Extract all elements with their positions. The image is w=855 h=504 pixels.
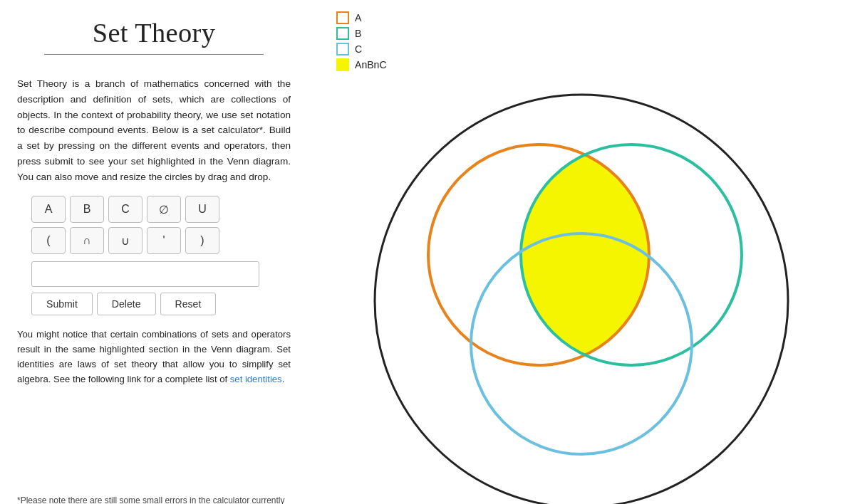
- key-close-paren[interactable]: ): [185, 227, 219, 254]
- legend-item-a: A: [336, 11, 387, 24]
- key-intersect[interactable]: ∩: [70, 227, 104, 254]
- key-union[interactable]: ∪: [108, 227, 142, 254]
- legend-item-anbnc: AnBnC: [336, 58, 387, 71]
- keyboard-section: A B C ∅ U ( ∩ ∪ ' ): [31, 196, 291, 254]
- legend-label-anbnc: AnBnC: [355, 59, 387, 70]
- key-open-paren[interactable]: (: [31, 227, 66, 254]
- set-identities-link[interactable]: set identities: [230, 374, 282, 384]
- title-section: Set Theory: [17, 17, 291, 65]
- key-u[interactable]: U: [185, 196, 219, 223]
- key-c[interactable]: C: [108, 196, 142, 223]
- key-a[interactable]: A: [31, 196, 66, 223]
- title-divider: [44, 54, 263, 55]
- legend-label-b: B: [355, 28, 361, 39]
- key-row-1: A B C ∅ U: [31, 196, 219, 223]
- legend: A B C AnBnC: [336, 11, 387, 71]
- legend-box-b: [336, 27, 349, 40]
- legend-box-anbnc: [336, 58, 349, 71]
- legend-item-b: B: [336, 27, 387, 40]
- legend-label-c: C: [355, 43, 362, 55]
- venn-diagram: [353, 77, 809, 504]
- legend-box-a: [336, 11, 349, 24]
- page-title: Set Theory: [17, 17, 291, 48]
- key-complement[interactable]: ': [147, 227, 181, 254]
- legend-box-c: [336, 43, 349, 56]
- bottom-text: You might notice that certain combinatio…: [17, 327, 291, 387]
- expression-input[interactable]: [31, 261, 259, 287]
- key-empty-set[interactable]: ∅: [147, 196, 181, 223]
- reset-button[interactable]: Reset: [160, 293, 217, 315]
- legend-label-a: A: [355, 12, 361, 23]
- delete-button[interactable]: Delete: [97, 293, 156, 315]
- legend-item-c: C: [336, 43, 387, 56]
- key-row-2: ( ∩ ∪ ' ): [31, 227, 219, 254]
- description-text: Set Theory is a branch of mathematics co…: [17, 76, 291, 184]
- key-b[interactable]: B: [70, 196, 104, 223]
- action-buttons: Submit Delete Reset: [31, 293, 291, 315]
- footnote-text: *Please note there are still some small …: [17, 494, 291, 504]
- right-panel: A B C AnBnC: [314, 0, 855, 504]
- submit-button[interactable]: Submit: [31, 293, 93, 315]
- venn-container: [319, 77, 844, 504]
- left-panel: Set Theory Set Theory is a branch of mat…: [0, 0, 314, 504]
